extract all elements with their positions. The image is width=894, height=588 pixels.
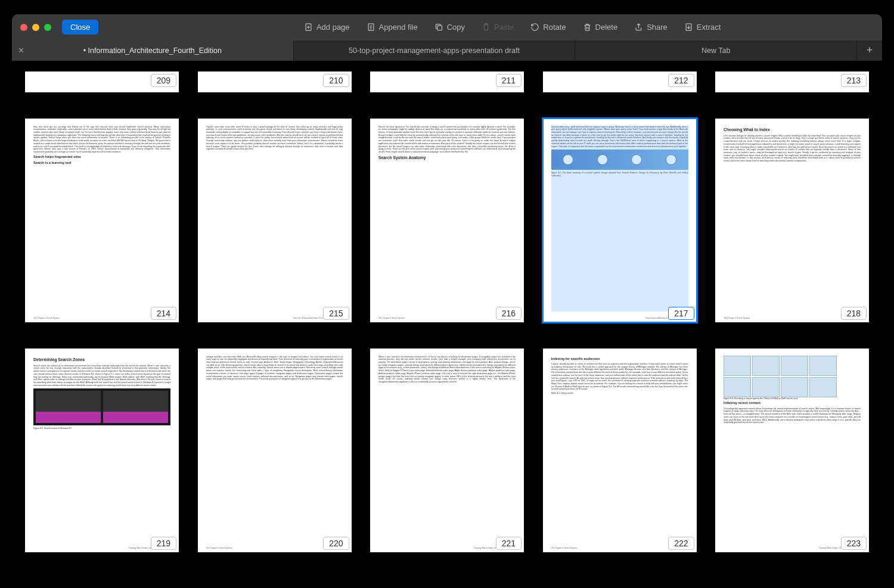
tab-label: New Tab bbox=[701, 46, 730, 55]
page-number: 214 bbox=[151, 307, 176, 320]
tab-information-architecture[interactable]: ✕Information_Architecture_Fourth_Edition bbox=[12, 41, 294, 61]
page-thumb-216[interactable]: Search can tame dynamism. You should als… bbox=[370, 119, 524, 322]
page-thumb-213[interactable]: 213 bbox=[715, 71, 869, 92]
new-tab-button[interactable]: + bbox=[857, 41, 882, 61]
append-file-label: Append file bbox=[379, 23, 418, 32]
page-thumb-212[interactable]: 212 bbox=[543, 71, 697, 92]
extract-icon bbox=[684, 23, 693, 32]
copy-label: Copy bbox=[447, 23, 465, 32]
tab-label: Information_Architecture_Fourth_Edition bbox=[83, 46, 222, 55]
zoom-window-icon[interactable] bbox=[44, 24, 51, 31]
delete-label: Delete bbox=[595, 23, 618, 32]
add-page-button[interactable]: Add page bbox=[304, 23, 350, 32]
share-icon bbox=[634, 23, 643, 32]
page-number: 223 bbox=[841, 537, 867, 550]
copy-button[interactable]: Copy bbox=[434, 23, 465, 32]
page-thumb-217[interactable]: Query builders (e.g., spell checkers) th… bbox=[543, 119, 697, 322]
page-thumb-211[interactable]: 211 bbox=[370, 71, 524, 92]
rotate-button[interactable]: Rotate bbox=[530, 23, 566, 32]
page-thumb-221[interactable]: When a user searches an information envi… bbox=[370, 349, 524, 552]
tab-new[interactable]: New Tab bbox=[575, 41, 857, 61]
page-number: 211 bbox=[496, 74, 522, 87]
figure-search-anatomy bbox=[551, 150, 688, 170]
page-row: Now that we've got our warnings and thre… bbox=[25, 119, 869, 322]
tab-close-icon[interactable]: ✕ bbox=[18, 46, 24, 55]
page-number: 220 bbox=[323, 537, 349, 550]
figure-nyt-search bbox=[724, 356, 861, 397]
paste-label: Paste bbox=[494, 23, 514, 32]
add-page-icon bbox=[304, 23, 313, 32]
page-number: 221 bbox=[496, 537, 522, 550]
close-window-icon[interactable] bbox=[20, 24, 27, 31]
page-row: Determining Search ZonesSearch zones are… bbox=[25, 349, 869, 552]
tab-label: 50-top-project-management-apps-presentat… bbox=[349, 46, 520, 55]
page-thumb-214[interactable]: Now that we've got our warnings and thre… bbox=[25, 119, 179, 322]
paste-icon bbox=[482, 23, 491, 32]
add-page-label: Add page bbox=[316, 23, 350, 32]
page-thumb-219[interactable]: Determining Search ZonesSearch zones are… bbox=[25, 349, 179, 552]
copy-icon bbox=[434, 23, 443, 32]
traffic-lights bbox=[20, 24, 51, 31]
page-number: 210 bbox=[323, 74, 349, 87]
page-number: 215 bbox=[323, 307, 349, 320]
svg-rect-2 bbox=[437, 26, 442, 30]
delete-icon bbox=[583, 23, 592, 32]
delete-button[interactable]: Delete bbox=[583, 23, 618, 32]
paste-button: Paste bbox=[482, 23, 514, 32]
page-number: 209 bbox=[151, 74, 176, 87]
page-number: 216 bbox=[496, 307, 522, 320]
thumbnail-grid[interactable]: 209 210 211 212 213 Now that we've got o… bbox=[12, 61, 882, 574]
tab-project-management[interactable]: 50-top-project-management-apps-presentat… bbox=[294, 41, 576, 61]
page-number: 218 bbox=[841, 307, 867, 320]
rotate-icon bbox=[530, 23, 539, 32]
page-thumb-223[interactable]: Figure 9-3. Executing a search against t… bbox=[715, 349, 869, 552]
page-number: 217 bbox=[668, 307, 694, 320]
extract-button[interactable]: Extract bbox=[684, 23, 721, 32]
page-number: 219 bbox=[151, 537, 176, 550]
page-row: 209 210 211 212 213 bbox=[25, 71, 869, 92]
append-file-button[interactable]: Append file bbox=[367, 23, 418, 32]
page-number: 212 bbox=[668, 74, 694, 87]
close-button[interactable]: Close bbox=[62, 20, 98, 35]
page-thumb-220[interactable]: settings and files, and the entire Web (… bbox=[198, 349, 352, 552]
rotate-label: Rotate bbox=[543, 23, 566, 32]
page-number: 213 bbox=[841, 74, 867, 87]
page-thumb-215[interactable]: Powell's room after room after room of b… bbox=[198, 119, 352, 322]
figure-windows-search bbox=[33, 388, 170, 425]
share-button[interactable]: Share bbox=[634, 23, 668, 32]
extract-label: Extract bbox=[697, 23, 721, 32]
page-thumb-218[interactable]: Choosing What to IndexLet's assume that … bbox=[715, 119, 869, 322]
page-thumb-222[interactable]: Indexing for specific audiencesIf you've… bbox=[543, 349, 697, 552]
toolbar: Close Add page Append file Copy Paste Ro… bbox=[12, 14, 882, 41]
page-thumb-210[interactable]: 210 bbox=[198, 71, 352, 92]
minimize-window-icon[interactable] bbox=[32, 24, 39, 31]
append-file-icon bbox=[367, 23, 375, 32]
tab-bar: ✕Information_Architecture_Fourth_Edition… bbox=[12, 41, 882, 61]
page-number: 222 bbox=[668, 537, 694, 550]
tool-group: Add page Append file Copy Paste Rotate D… bbox=[304, 23, 721, 32]
page-thumb-209[interactable]: 209 bbox=[25, 71, 179, 92]
share-label: Share bbox=[647, 23, 668, 32]
app-window: Close Add page Append file Copy Paste Ro… bbox=[12, 14, 882, 574]
